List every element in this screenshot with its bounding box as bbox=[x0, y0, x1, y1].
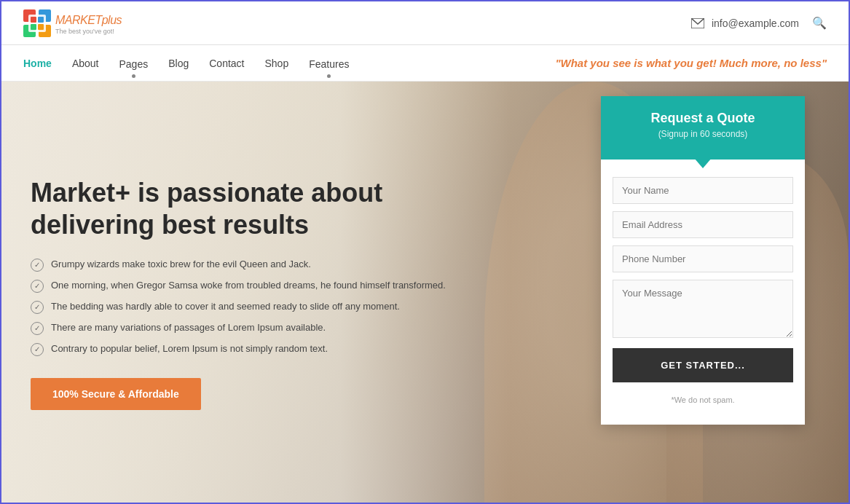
quote-form-arrow bbox=[694, 158, 712, 168]
main-nav: Home About Pages Blog Contact Shop Featu… bbox=[1, 45, 849, 82]
quote-form-header: Request a Quote (Signup in 60 seconds) bbox=[601, 96, 805, 160]
check-icon bbox=[31, 301, 44, 314]
svg-rect-7 bbox=[31, 24, 36, 30]
logo-brand-text: MARKETplus bbox=[55, 11, 122, 27]
nav-link-contact[interactable]: Contact bbox=[209, 47, 244, 79]
message-input[interactable] bbox=[613, 280, 793, 338]
quote-form-subtitle: (Signup in 60 seconds) bbox=[613, 129, 793, 139]
contact-email: info@example.com bbox=[712, 17, 799, 29]
list-item: One morning, when Gregor Samsa woke from… bbox=[31, 279, 453, 293]
hero-section: Market+ is passionate about delivering b… bbox=[1, 82, 849, 504]
check-icon bbox=[31, 322, 44, 335]
list-item-text: There are many variations of passages of… bbox=[51, 321, 326, 334]
phone-input[interactable] bbox=[613, 245, 793, 272]
site-header: MARKETplus The best you've got! info@exa… bbox=[1, 1, 849, 45]
list-item: There are many variations of passages of… bbox=[31, 321, 453, 335]
list-item-text: The bedding was hardly able to cover it … bbox=[51, 300, 400, 313]
nav-item-about[interactable]: About bbox=[72, 47, 99, 79]
get-started-button[interactable]: GET STARTED... bbox=[613, 348, 793, 382]
list-item-text: Contrary to popular belief, Lorem Ipsum … bbox=[51, 342, 328, 355]
quote-form: Request a Quote (Signup in 60 seconds) G… bbox=[601, 96, 805, 425]
nav-links: Home About Pages Blog Contact Shop Featu… bbox=[23, 47, 349, 79]
search-button[interactable]: 🔍 bbox=[812, 16, 827, 30]
logo-icon bbox=[23, 9, 51, 37]
svg-rect-6 bbox=[38, 17, 44, 23]
list-item: The bedding was hardly able to cover it … bbox=[31, 300, 453, 314]
svg-rect-8 bbox=[38, 24, 44, 30]
cta-button[interactable]: 100% Secure & Affordable bbox=[31, 378, 201, 410]
logo[interactable]: MARKETplus The best you've got! bbox=[23, 9, 122, 37]
svg-rect-5 bbox=[31, 17, 36, 23]
list-item-text: Grumpy wizards make toxic brew for the e… bbox=[51, 258, 311, 271]
email-icon bbox=[691, 18, 704, 28]
nav-item-contact[interactable]: Contact bbox=[209, 47, 244, 79]
nav-link-home[interactable]: Home bbox=[23, 47, 52, 79]
check-icon bbox=[31, 280, 44, 293]
nav-link-shop[interactable]: Shop bbox=[264, 47, 288, 79]
hero-content: Market+ is passionate about delivering b… bbox=[1, 177, 482, 409]
hero-list: Grumpy wizards make toxic brew for the e… bbox=[31, 258, 453, 356]
quote-form-title: Request a Quote bbox=[613, 111, 793, 126]
nav-item-features[interactable]: Features bbox=[309, 48, 349, 78]
list-item: Grumpy wizards make toxic brew for the e… bbox=[31, 258, 453, 272]
spam-note: *We do not spam. bbox=[613, 395, 793, 413]
nav-item-blog[interactable]: Blog bbox=[168, 47, 189, 79]
email-input[interactable] bbox=[613, 211, 793, 238]
hero-title: Market+ is passionate about delivering b… bbox=[31, 177, 453, 240]
check-icon bbox=[31, 343, 44, 356]
list-item-text: One morning, when Gregor Samsa woke from… bbox=[51, 279, 446, 292]
pages-dropdown-indicator bbox=[132, 74, 135, 78]
name-input[interactable] bbox=[613, 177, 793, 204]
nav-item-shop[interactable]: Shop bbox=[264, 47, 288, 79]
check-icon bbox=[31, 259, 44, 272]
header-contact: info@example.com 🔍 bbox=[691, 16, 827, 30]
nav-link-blog[interactable]: Blog bbox=[168, 47, 189, 79]
quote-form-body: GET STARTED... *We do not spam. bbox=[601, 160, 805, 425]
nav-item-pages[interactable]: Pages bbox=[119, 48, 149, 78]
list-item: Contrary to popular belief, Lorem Ipsum … bbox=[31, 342, 453, 356]
nav-link-about[interactable]: About bbox=[72, 47, 99, 79]
logo-tagline: The best you've got! bbox=[55, 28, 122, 35]
nav-tagline: "What you see is what you get! Much more… bbox=[555, 57, 827, 69]
nav-item-home[interactable]: Home bbox=[23, 47, 52, 79]
